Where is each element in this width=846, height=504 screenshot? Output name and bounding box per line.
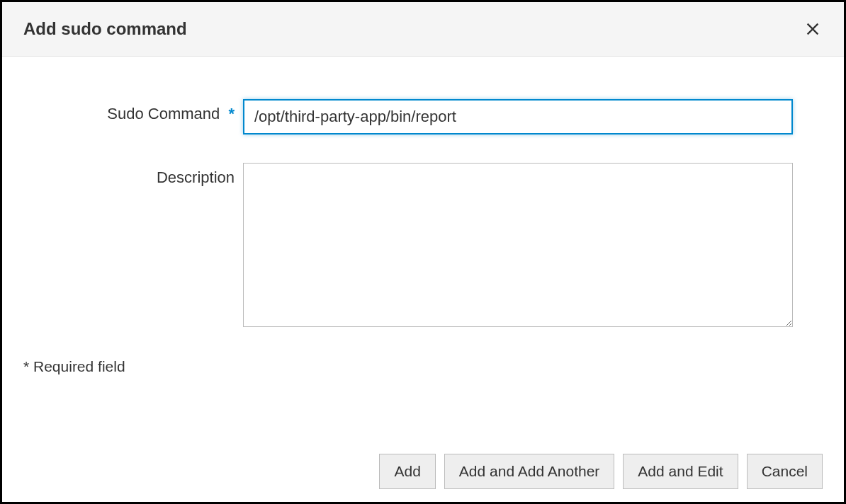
add-and-add-another-button[interactable]: Add and Add Another [444,454,615,489]
modal-header: Add sudo command [2,2,844,57]
modal-footer: Add Add and Add Another Add and Edit Can… [379,454,823,489]
required-field-note: * Required field [23,358,823,375]
modal-body: Sudo Command * Description * Required fi… [2,57,844,396]
description-label: Description [23,163,243,187]
sudo-command-input[interactable] [243,99,793,134]
modal-title: Add sudo command [23,19,187,39]
description-textarea[interactable] [243,163,793,327]
form-row-sudo-command: Sudo Command * [23,99,823,134]
add-and-edit-button[interactable]: Add and Edit [623,454,738,489]
cancel-button[interactable]: Cancel [747,454,823,489]
form-row-description: Description [23,163,823,330]
add-button[interactable]: Add [379,454,435,489]
required-asterisk-icon: * [228,105,235,122]
close-icon[interactable] [803,19,823,39]
sudo-command-label: Sudo Command * [23,99,243,123]
